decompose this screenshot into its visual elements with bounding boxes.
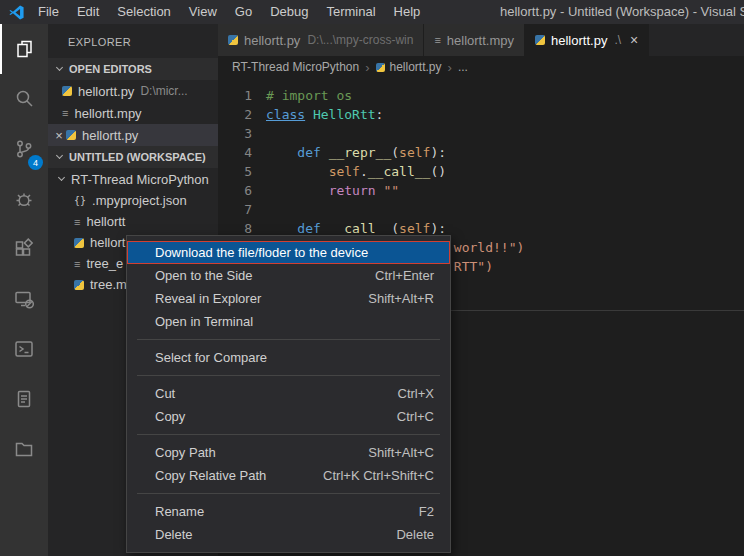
breadcrumb-more[interactable]: ... <box>458 60 468 74</box>
mpy-file-icon: ≡ <box>434 35 440 45</box>
extensions-icon[interactable] <box>0 224 48 274</box>
code-line: 6 return "" <box>218 181 744 200</box>
menu-item-shortcut: F2 <box>419 504 434 519</box>
menu-separator <box>137 493 440 494</box>
menu-item-label: Copy Path <box>155 445 216 460</box>
menu-file[interactable]: File <box>29 0 68 24</box>
chevron-down-icon <box>56 64 63 71</box>
close-icon[interactable]: × <box>52 128 66 143</box>
menu-selection[interactable]: Selection <box>108 0 179 24</box>
menu-item-label: Open in Terminal <box>155 314 253 329</box>
menu-item-open-to-side[interactable]: Open to the Side Ctrl+Enter <box>127 264 450 287</box>
menu-item-label: Select for Compare <box>155 350 267 365</box>
menu-item-select-for-compare[interactable]: Select for Compare <box>127 346 450 369</box>
file-name: hellort <box>90 235 125 250</box>
menu-debug[interactable]: Debug <box>261 0 317 24</box>
menu-item-open-in-terminal[interactable]: Open in Terminal <box>127 310 450 333</box>
line-number: 7 <box>218 200 252 219</box>
tree-file[interactable]: {} .mpyproject.json <box>48 190 218 211</box>
explorer-icon[interactable] <box>0 24 48 74</box>
code-line: 2 class HelloRtt: <box>218 105 744 124</box>
menu-item-copy[interactable]: Copy Ctrl+C <box>127 405 450 428</box>
menu-item-label: Copy Relative Path <box>155 468 266 483</box>
open-editor-item-active[interactable]: × hellortt.py <box>48 124 218 146</box>
mpy-file-icon: ≡ <box>74 259 80 269</box>
python-file-icon <box>376 63 385 72</box>
line-number: 6 <box>218 181 252 200</box>
menu-item-delete[interactable]: Delete Delete <box>127 523 450 546</box>
menu-item-label: Reveal in Explorer <box>155 291 261 306</box>
code-line: 5 self.__call__() <box>218 162 744 181</box>
menu-separator <box>137 375 440 376</box>
tab-bar: hellortt.py D:\...\mpy-cross-win ≡ hello… <box>218 24 744 56</box>
code-line: 1 # import os <box>218 86 744 105</box>
menu-item-shortcut: Ctrl+X <box>398 386 434 401</box>
context-menu: Download the file/floder to the device O… <box>126 235 451 553</box>
menu-go[interactable]: Go <box>226 0 261 24</box>
document-icon[interactable] <box>0 374 48 424</box>
json-file-icon: {} <box>74 195 86 206</box>
menu-help[interactable]: Help <box>385 0 430 24</box>
chevron-down-icon <box>56 152 63 159</box>
code-line: 3 <box>218 124 744 143</box>
line-number: 3 <box>218 124 252 143</box>
vscode-window: File Edit Selection View Go Debug Termin… <box>0 0 744 556</box>
source-control-icon[interactable]: 4 <box>0 124 48 174</box>
python-file-icon <box>62 86 72 96</box>
activity-bar: 4 <box>0 24 48 556</box>
tab-hellortt-py-active[interactable]: hellortt.py .\ × <box>525 24 649 56</box>
menu-item-label: Delete <box>155 527 193 542</box>
tree-folder-rt-thread[interactable]: RT-Thread MicroPython <box>48 168 218 190</box>
menu-item-shortcut: Shift+Alt+R <box>368 291 434 306</box>
menu-terminal[interactable]: Terminal <box>317 0 384 24</box>
chevron-right-icon: › <box>448 60 452 75</box>
line-number: 5 <box>218 162 252 181</box>
python-file-icon <box>535 35 545 45</box>
device-icon[interactable] <box>0 274 48 324</box>
file-name: tree.m <box>90 277 127 292</box>
file-name: hellortt.py <box>82 128 138 143</box>
tab-label: hellortt.mpy <box>447 33 514 48</box>
menu-item-shortcut: Ctrl+K Ctrl+Shift+C <box>323 468 434 483</box>
menu-item-label: Rename <box>155 504 204 519</box>
menu-item-shortcut: Ctrl+Enter <box>375 268 434 283</box>
menu-item-rename[interactable]: Rename F2 <box>127 500 450 523</box>
menu-edit[interactable]: Edit <box>68 0 108 24</box>
open-editor-item[interactable]: ≡ hellortt.mpy <box>48 102 218 124</box>
tab-hellortt-mpy[interactable]: ≡ hellortt.mpy <box>424 24 525 56</box>
window-title: hellortt.py - Untitled (Workspace) - Vis… <box>500 0 744 24</box>
folder-icon[interactable] <box>0 424 48 474</box>
menu-separator <box>137 434 440 435</box>
breadcrumb-file[interactable]: hellortt.py <box>390 60 442 74</box>
menu-item-reveal-in-explorer[interactable]: Reveal in Explorer Shift+Alt+R <box>127 287 450 310</box>
debug-icon[interactable] <box>0 174 48 224</box>
menu-item-copy-relative-path[interactable]: Copy Relative Path Ctrl+K Ctrl+Shift+C <box>127 464 450 487</box>
tab-label: hellortt.py <box>244 33 300 48</box>
menu-item-download-to-device[interactable]: Download the file/floder to the device <box>127 241 450 264</box>
close-icon[interactable]: × <box>630 32 638 48</box>
tab-hellortt-py-external[interactable]: hellortt.py D:\...\mpy-cross-win <box>218 24 424 56</box>
folder-name: RT-Thread MicroPython <box>71 172 209 187</box>
menu-item-shortcut: Shift+Alt+C <box>368 445 434 460</box>
open-editor-item[interactable]: hellortt.py D:\micr... <box>48 80 218 102</box>
menu-item-copy-path[interactable]: Copy Path Shift+Alt+C <box>127 441 450 464</box>
breadcrumb-folder[interactable]: RT-Thread MicroPython <box>232 60 359 74</box>
menu-view[interactable]: View <box>180 0 226 24</box>
terminal-icon[interactable] <box>0 324 48 374</box>
python-file-icon <box>66 130 76 140</box>
tree-file[interactable]: ≡ hellortt <box>48 211 218 232</box>
python-file-icon <box>74 280 84 290</box>
source-control-badge: 4 <box>28 155 43 170</box>
line-number: 1 <box>218 86 252 105</box>
menu-item-shortcut: Ctrl+C <box>397 409 434 424</box>
menu-item-cut[interactable]: Cut Ctrl+X <box>127 382 450 405</box>
chevron-right-icon: › <box>365 60 369 75</box>
tab-path: .\ <box>614 33 621 47</box>
menu-item-shortcut: Delete <box>396 527 434 542</box>
open-editors-header[interactable]: OPEN EDITORS <box>48 58 218 80</box>
workspace-header[interactable]: UNTITLED (WORKSPACE) <box>48 146 218 168</box>
vscode-logo-icon <box>8 4 25 21</box>
search-icon[interactable] <box>0 74 48 124</box>
tab-label: hellortt.py <box>551 33 607 48</box>
line-number: 4 <box>218 143 252 162</box>
